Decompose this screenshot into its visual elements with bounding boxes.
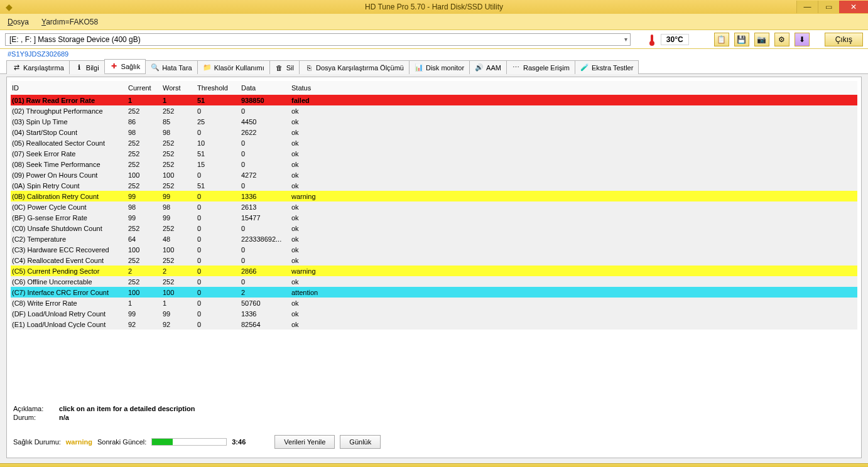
table-row[interactable]: (01) Raw Read Error Rate1151938850failed [11, 95, 857, 105]
table-row[interactable]: (0A) Spin Retry Count252252510ok [11, 180, 857, 191]
ekstra-testler-icon: 🧪 [580, 63, 589, 72]
table-row[interactable]: (08) Seek Time Performance252252150ok [11, 159, 857, 169]
cell: ok [290, 235, 334, 243]
cell: ok [290, 278, 334, 286]
description-label: Açıklama: [13, 405, 57, 412]
exit-button[interactable]: Çıkış [825, 33, 863, 46]
table-row[interactable]: (BF) G-sense Error Rate9999015477ok [11, 212, 857, 223]
refresh-button[interactable]: Verileri Yenile [274, 435, 335, 449]
close-button[interactable]: ✕ [839, 1, 868, 13]
table-row[interactable]: (0C) Power Cycle Count989802613ok [11, 201, 857, 212]
menu-help[interactable]: Yardım=FAKO58 [39, 16, 100, 28]
cell: 0 [196, 171, 240, 179]
table-row[interactable]: (0B) Calibration Retry Count999901336war… [11, 191, 857, 201]
cell: (C0) Unsafe Shutdown Count [11, 225, 127, 232]
cell: (C3) Hardware ECC Recovered [11, 246, 127, 254]
cell: 0 [240, 182, 290, 190]
tab-dosya-karşılaştırma-ölçümü[interactable]: ⎘Dosya Karşılaştırma Ölçümü [299, 60, 410, 74]
aam-icon: 🔊 [475, 63, 484, 72]
tab-rasgele-erişim[interactable]: ⋯Rasgele Erişim [506, 60, 575, 74]
tab-label: Sağlık [121, 63, 141, 70]
cell: (0C) Power Cycle Count [11, 203, 127, 211]
tab-label: Hata Tara [162, 64, 192, 72]
table-row[interactable]: (C8) Write Error Rate11050760ok [11, 298, 857, 308]
cell: 51 [196, 150, 240, 158]
table-row[interactable]: (C2) Temperature64480223338692...ok [11, 234, 857, 244]
table-row[interactable]: (C4) Reallocated Event Count25225200ok [11, 255, 857, 266]
table-row[interactable]: (C7) Interface CRC Error Count10010002at… [11, 287, 857, 298]
cell: 2 [240, 289, 290, 296]
cell: 1 [161, 299, 196, 307]
cell: (DF) Load/Unload Retry Count [11, 310, 127, 318]
cell: 0 [196, 235, 240, 243]
cell: 99 [127, 193, 161, 200]
col-status[interactable]: Status [290, 84, 334, 92]
tab-label: Disk monitor [426, 64, 464, 72]
health-status-label: Sağlık Durumu: [13, 438, 61, 446]
table-row[interactable]: (C5) Current Pending Sector2202866warnin… [11, 266, 857, 276]
menu-file[interactable]: Dosya [5, 16, 31, 28]
cell: 0 [196, 299, 240, 307]
screenshot-button[interactable]: 📷 [754, 33, 769, 46]
tab-karşılaştırma[interactable]: ⇄Karşılaştırma [6, 60, 70, 74]
tab-sağlık[interactable]: ✚Sağlık [104, 59, 146, 73]
cell: 0 [196, 310, 240, 318]
tab-klasör-kullanımı[interactable]: 📁Klasör Kullanımı [197, 60, 270, 74]
sil-icon: 🗑 [275, 63, 284, 72]
cell: 252 [161, 139, 196, 147]
cell: ok [290, 214, 334, 222]
drive-select[interactable]: [E: , F: ] Mass Storage Device (400 gB) … [5, 33, 631, 46]
tab-sil[interactable]: 🗑Sil [269, 60, 300, 74]
save-button[interactable]: 💾 [734, 33, 749, 46]
table-row[interactable]: (04) Start/Stop Count989802622ok [11, 127, 857, 137]
minimize-button[interactable]: — [796, 1, 818, 13]
cell: ok [290, 150, 334, 158]
cell: 98 [127, 203, 161, 211]
status-value: n/a [59, 414, 69, 421]
tab-label: Rasgele Erişim [523, 64, 570, 72]
col-threshold[interactable]: Threshold [196, 84, 240, 92]
col-worst[interactable]: Worst [161, 84, 196, 92]
cell: 100 [127, 171, 161, 179]
cell: (C5) Current Pending Sector [11, 267, 127, 275]
app-icon: ◆ [0, 2, 18, 12]
maximize-button[interactable]: ▭ [818, 1, 839, 13]
table-row[interactable]: (03) Spin Up Time8685254450ok [11, 116, 857, 127]
cell: (0B) Calibration Retry Count [11, 193, 127, 200]
table-row[interactable]: (C0) Unsafe Shutdown Count25225200ok [11, 223, 857, 234]
cell: warning [290, 267, 334, 275]
cell: 99 [127, 214, 161, 222]
cell: 252 [161, 107, 196, 115]
col-id[interactable]: ID [11, 84, 127, 92]
log-button[interactable]: Günlük [340, 435, 381, 449]
cell: 51 [196, 97, 240, 104]
col-data[interactable]: Data [240, 84, 290, 92]
table-row[interactable]: (E1) Load/Unload Cycle Count9292082564ok [11, 319, 857, 330]
description-value: click on an item for a detailed descript… [59, 405, 195, 412]
cell: ok [290, 321, 334, 328]
table-row[interactable]: (05) Reallocated Sector Count252252100ok [11, 137, 857, 148]
tab-bilgi[interactable]: ℹBilgi [69, 60, 105, 74]
table-row[interactable]: (02) Throughput Performance25225200ok [11, 105, 857, 116]
tab-disk-monitor[interactable]: 📊Disk monitor [409, 60, 470, 74]
tab-hata-tara[interactable]: 🔍Hata Tara [145, 60, 198, 74]
cell: 252 [161, 257, 196, 264]
download-button[interactable]: ⬇ [795, 33, 810, 46]
copy-info-button[interactable]: 📋 [714, 33, 729, 46]
table-row[interactable]: (C3) Hardware ECC Recovered10010000ok [11, 244, 857, 255]
table-row[interactable]: (C6) Offline Uncorrectable25225200ok [11, 276, 857, 287]
cell: 1 [161, 97, 196, 104]
table-row[interactable]: (09) Power On Hours Count10010004272ok [11, 169, 857, 180]
cell: 252 [127, 150, 161, 158]
table-row[interactable]: (07) Seek Error Rate252252510ok [11, 148, 857, 159]
table-row[interactable]: (DF) Load/Unload Retry Count999901336ok [11, 308, 857, 319]
options-button[interactable]: ⚙ [774, 33, 789, 46]
tab-aam[interactable]: 🔊AAM [469, 60, 507, 74]
col-current[interactable]: Current [127, 84, 161, 92]
tab-ekstra-testler[interactable]: 🧪Ekstra Testler [575, 60, 639, 74]
hata-tara-icon: 🔍 [151, 63, 160, 72]
cell: 50760 [240, 299, 290, 307]
cell: (01) Raw Read Error Rate [11, 97, 127, 104]
countdown-value: 3:46 [232, 438, 246, 446]
cell: 0 [196, 289, 240, 296]
